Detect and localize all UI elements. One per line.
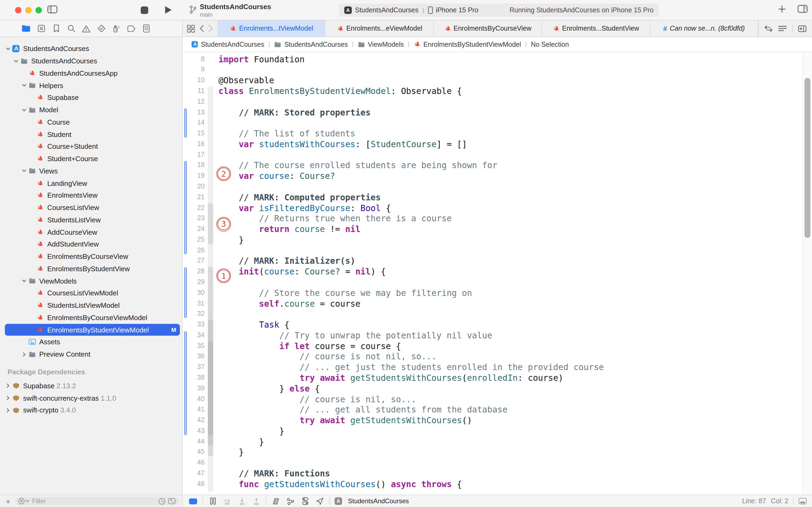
sidebar-item-student[interactable]: Student	[0, 128, 183, 141]
package-item-swift-crypto[interactable]: swift-crypto 3.4.0	[0, 404, 183, 416]
code-text[interactable]: try await getStudentsWithCourses(enrolle…	[218, 373, 563, 384]
filter-menu-icon[interactable]	[18, 498, 30, 504]
package-item-supabase[interactable]: Supabase 2.13.2	[0, 380, 183, 392]
view-hierarchy-icon[interactable]	[271, 497, 281, 505]
code-text[interactable]: // ... get all students from the databas…	[218, 405, 508, 415]
code-text[interactable]: // The course enrolled students are bein…	[218, 160, 497, 171]
code-text[interactable]: }	[218, 426, 284, 437]
chevron-down-icon[interactable]	[20, 278, 27, 284]
line-number[interactable]: 36	[183, 351, 205, 362]
code-text[interactable]: class EnrolmentsByStudentViewModel: Obse…	[218, 86, 462, 97]
line-number[interactable]: 14	[183, 118, 205, 129]
line-number[interactable]: 45	[183, 447, 205, 458]
line-number[interactable]: 23	[183, 214, 205, 224]
line-number[interactable]: 12	[183, 97, 205, 107]
code-text[interactable]: } else {	[218, 384, 320, 394]
line-number[interactable]: 15	[183, 128, 205, 139]
debug-navigator-icon[interactable]	[112, 24, 121, 33]
breadcrumb-item-1[interactable]: StudentsAndCourses	[274, 41, 348, 48]
line-number[interactable]: 21	[183, 192, 205, 203]
line-number[interactable]: 27	[183, 256, 205, 267]
add-tab-icon[interactable]	[778, 5, 786, 13]
running-app-item[interactable]: AStudentsAndCourses	[335, 497, 409, 505]
breadcrumb-item-2[interactable]: ViewModels	[358, 41, 404, 48]
sidebar-item-studentslistviewmodel[interactable]: StudentsListViewModel	[0, 299, 183, 312]
pause-icon[interactable]	[208, 497, 218, 505]
sidebar-item-assets[interactable]: Assets	[0, 336, 183, 348]
issues-navigator-icon[interactable]	[81, 24, 91, 33]
add-file-button[interactable]: +	[3, 497, 13, 506]
chevron-down-icon[interactable]	[12, 58, 19, 64]
sidebar-item-enrolmentsbystudentview[interactable]: EnrolmentsByStudentView	[0, 263, 183, 275]
breakpoints-navigator-icon[interactable]	[127, 24, 136, 33]
sidebar-item-viewmodels[interactable]: ViewModels	[0, 275, 183, 287]
step-out-icon[interactable]	[251, 497, 261, 505]
line-number[interactable]: 20	[183, 181, 205, 192]
line-number[interactable]: 39	[183, 384, 205, 394]
vertical-scrollbar[interactable]	[802, 52, 812, 495]
editor-tab-4[interactable]: #Can now se...n. (8cf0dfd)	[650, 20, 758, 37]
line-number[interactable]: 43	[183, 426, 205, 437]
filter-field[interactable]: Filter	[15, 497, 179, 505]
line-number[interactable]: 44	[183, 436, 205, 447]
breadcrumb-item-3[interactable]: EnrolmentsByStudentViewModel	[414, 41, 521, 48]
sidebar-item-studentsandcourses[interactable]: StudentsAndCourses	[0, 43, 183, 55]
breadcrumb-item-0[interactable]: StudentsAndCourses	[191, 41, 264, 48]
editor-tab-2[interactable]: EnrolmentsByCourseView	[434, 20, 542, 37]
sidebar-item-enrolmentsview[interactable]: EnrolmentsView	[0, 189, 183, 202]
code-text[interactable]: if let course = course {	[218, 341, 401, 351]
chevron-right-icon[interactable]	[4, 383, 11, 389]
line-number[interactable]: 17	[183, 150, 205, 160]
chevron-down-icon[interactable]	[4, 46, 11, 52]
chevron-down-icon[interactable]	[20, 83, 27, 88]
sidebar-item-helpers[interactable]: Helpers	[0, 79, 183, 92]
line-number[interactable]: 40	[183, 394, 205, 405]
line-number[interactable]: 8	[183, 54, 205, 65]
line-number[interactable]: 31	[183, 298, 205, 309]
line-number[interactable]: 16	[183, 139, 205, 150]
sidebar-item-course-student[interactable]: Course+Student	[0, 140, 183, 153]
step-into-icon[interactable]	[237, 497, 246, 505]
scrollbar-thumb[interactable]	[805, 78, 810, 238]
line-number[interactable]: 9	[183, 65, 205, 75]
code-text[interactable]: }	[218, 235, 243, 245]
line-number[interactable]: 28	[183, 266, 205, 277]
code-text[interactable]: // The list of students	[218, 128, 355, 139]
close-window-button[interactable]	[15, 7, 21, 13]
chevron-down-icon[interactable]	[20, 168, 27, 174]
editor-tab-1[interactable]: Enrolments...eViewModel	[326, 20, 434, 37]
project-navigator-navigator-icon[interactable]	[21, 24, 31, 33]
chevron-down-icon[interactable]	[20, 107, 27, 113]
editor-options-icon[interactable]	[778, 25, 787, 32]
line-number[interactable]: 25	[183, 235, 205, 245]
minimize-window-button[interactable]	[25, 7, 32, 13]
step-over-icon[interactable]	[222, 497, 232, 505]
line-number[interactable]: 19	[183, 171, 205, 181]
recent-files-icon[interactable]	[159, 498, 165, 505]
chevron-right-icon[interactable]	[20, 351, 27, 357]
line-number[interactable]: 22	[183, 203, 205, 214]
line-number[interactable]: 33	[183, 320, 205, 330]
chevron-right-icon[interactable]	[4, 408, 11, 413]
sidebar-item-courseslistviewmodel[interactable]: CoursesListViewModel	[0, 287, 183, 299]
scheme-selector[interactable]: A StudentsAndCourses ⟩ iPhone 15 Pro Run…	[339, 4, 659, 17]
related-items-icon[interactable]	[187, 24, 195, 33]
sidebar-item-supabase[interactable]: Supabase	[0, 92, 183, 104]
code-text[interactable]: var course: Course?	[218, 171, 335, 181]
code-text[interactable]: }	[218, 436, 264, 447]
code-text[interactable]: try await getStudentsWithCourses()	[218, 415, 472, 426]
line-number[interactable]: 24	[183, 224, 205, 235]
code-text[interactable]: return course != nil	[218, 224, 360, 235]
line-number[interactable]: 48	[183, 479, 205, 490]
line-number[interactable]: 35	[183, 341, 205, 351]
sidebar-item-studentsandcourses[interactable]: StudentsAndCourses	[0, 55, 183, 67]
reports-navigator-icon[interactable]	[142, 24, 151, 33]
line-number[interactable]: 46	[183, 458, 205, 468]
sidebar-item-addcourseview[interactable]: AddCourseView	[0, 226, 183, 238]
code-text[interactable]: @Observable	[218, 75, 274, 86]
environment-overrides-icon[interactable]	[300, 497, 310, 505]
memory-graph-icon[interactable]	[286, 497, 295, 505]
package-item-swift-concurrency-extras[interactable]: swift-concurrency-extras 1.1.0	[0, 392, 183, 404]
code-text[interactable]: self.course = course	[218, 298, 360, 309]
chevron-right-icon[interactable]	[4, 395, 11, 401]
